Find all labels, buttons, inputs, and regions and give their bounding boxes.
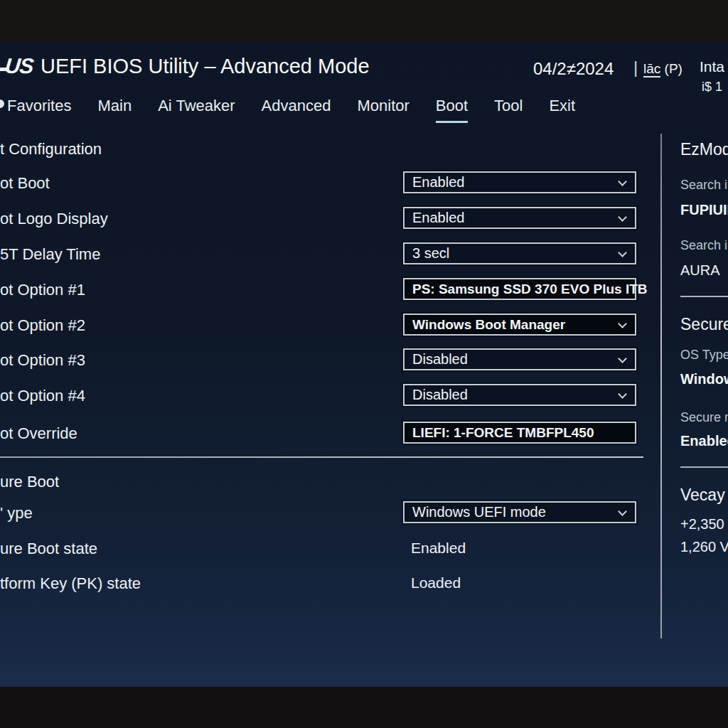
clipped-glyph bbox=[0, 100, 4, 108]
fast-boot-select[interactable]: Enabled bbox=[403, 171, 636, 193]
chevron-down-icon bbox=[618, 390, 627, 399]
boot-option-1-value: PS: Samsung SSD 370 EVO Plus ITB bbox=[412, 282, 648, 297]
sidebar-secure-state-label: Secure r bbox=[680, 410, 728, 425]
page-title: UEFI BIOS Utility – Advanced Mode bbox=[41, 55, 370, 78]
boot-override-field[interactable]: LIEFI: 1-FORCE TMBFPL450 bbox=[403, 422, 636, 444]
language-paren: (P) bbox=[665, 61, 682, 76]
asus-logo: US bbox=[4, 54, 34, 78]
os-type-label: ' ype bbox=[0, 504, 33, 523]
bios-screen: US UEFI BIOS Utility – Advanced Mode 04/… bbox=[0, 0, 728, 728]
section-divider bbox=[0, 456, 643, 458]
post-delay-time-value: 3 secl bbox=[412, 245, 449, 262]
search-value-1: FUPIUIH bbox=[680, 202, 728, 218]
boot-option-3-label: ot Option #3 bbox=[0, 351, 85, 370]
voltage-panel-title: Vecay bbox=[680, 486, 725, 505]
sidebar-divider-1 bbox=[680, 296, 728, 297]
sidebar-os-type-value: Window bbox=[680, 371, 728, 387]
boot-option-3-select[interactable]: Disabled bbox=[403, 348, 636, 370]
boot-option-4-value: Disabled bbox=[412, 387, 468, 403]
uefi-panel: US UEFI BIOS Utility – Advanced Mode 04/… bbox=[0, 41, 728, 687]
boot-option-1-field[interactable]: PS: Samsung SSD 370 EVO Plus ITB bbox=[403, 278, 636, 300]
header-info-bottom: i$ 1 bbox=[702, 80, 722, 95]
chevron-down-icon bbox=[618, 507, 627, 516]
boot-option-2-value: Windows Boot Manager bbox=[412, 317, 565, 333]
search-value-2: AURA bbox=[680, 262, 720, 279]
tab-exit[interactable]: Exit bbox=[549, 97, 575, 123]
sidebar-divider-vertical bbox=[660, 134, 662, 638]
os-type-value: Windows UEFI mode bbox=[412, 504, 546, 520]
voltage-value-2: 1,260 VO bbox=[680, 539, 728, 555]
os-type-select[interactable]: Windows UEFI mode bbox=[403, 501, 636, 523]
tab-monitor[interactable]: Monitor bbox=[357, 97, 409, 123]
chevron-down-icon bbox=[618, 248, 627, 257]
menu-bar: Favorites Main Ai Tweaker Advanced Monit… bbox=[7, 97, 575, 123]
header-info-top: Inta bbox=[700, 58, 724, 75]
chevron-down-icon bbox=[618, 177, 627, 186]
boot-option-2-select[interactable]: Windows Boot Manager bbox=[403, 314, 636, 336]
boot-override-label: ot Override bbox=[0, 424, 77, 443]
search-label-2: Search i bbox=[680, 238, 727, 253]
section-boot-configuration: t Configuration bbox=[0, 140, 102, 159]
secure-boot-state-label: ure Boot state bbox=[0, 540, 97, 558]
boot-option-4-label: ot Option #4 bbox=[0, 387, 85, 405]
ezmode-button[interactable]: EzMod bbox=[680, 140, 728, 159]
header-divider: | bbox=[633, 58, 638, 77]
secure-boot-panel-title: Secure bbox=[680, 315, 728, 334]
tab-boot[interactable]: Boot bbox=[436, 97, 468, 123]
boot-option-4-select[interactable]: Disabled bbox=[403, 384, 636, 406]
section-secure-boot: ure Boot bbox=[0, 473, 59, 491]
sidebar-os-type-label: OS Type bbox=[680, 348, 728, 363]
voltage-value-1: +2,350 bbox=[680, 516, 724, 532]
post-delay-time-select[interactable]: 3 secl bbox=[403, 242, 636, 264]
tab-main[interactable]: Main bbox=[97, 97, 132, 123]
tab-favorites[interactable]: Favorites bbox=[7, 97, 71, 123]
chevron-down-icon bbox=[618, 354, 627, 363]
sidebar-divider-2 bbox=[680, 466, 728, 468]
fast-boot-value: Enabled bbox=[412, 174, 464, 191]
search-label-1: Search i bbox=[680, 178, 727, 193]
boot-option-2-label: ot Option #2 bbox=[0, 316, 85, 335]
chevron-down-icon bbox=[618, 319, 627, 328]
post-delay-time-label: 5T Delay Time bbox=[0, 245, 100, 264]
fast-boot-label: ot Boot bbox=[0, 174, 50, 193]
sidebar-secure-state-value: Enabled bbox=[680, 433, 728, 449]
bezel-top bbox=[0, 0, 728, 41]
platform-key-state-label: tform Key (PK) state bbox=[0, 574, 141, 593]
secure-boot-state-value: Enabled bbox=[411, 540, 466, 557]
platform-key-state-value: Loaded bbox=[411, 574, 461, 592]
boot-option-3-value: Disabled bbox=[412, 351, 468, 368]
tab-advanced[interactable]: Advanced bbox=[262, 97, 331, 123]
boot-override-value: LIEFI: 1-FORCE TMBFPL450 bbox=[412, 425, 594, 441]
boot-logo-display-select[interactable]: Enabled bbox=[403, 207, 636, 229]
chevron-down-icon bbox=[618, 213, 627, 222]
tab-tool[interactable]: Tool bbox=[494, 97, 523, 123]
language-badge[interactable]: lāc (P) bbox=[643, 61, 682, 77]
boot-option-1-label: ot Option #1 bbox=[0, 281, 85, 299]
boot-logo-display-value: Enabled bbox=[412, 210, 464, 226]
system-date: 04/2≠2024 bbox=[533, 59, 614, 79]
language-text: lāc bbox=[643, 61, 660, 77]
boot-logo-display-label: ot Logo Display bbox=[0, 210, 108, 228]
bezel-bottom bbox=[0, 687, 728, 728]
tab-ai-tweaker[interactable]: Ai Tweaker bbox=[158, 97, 235, 123]
